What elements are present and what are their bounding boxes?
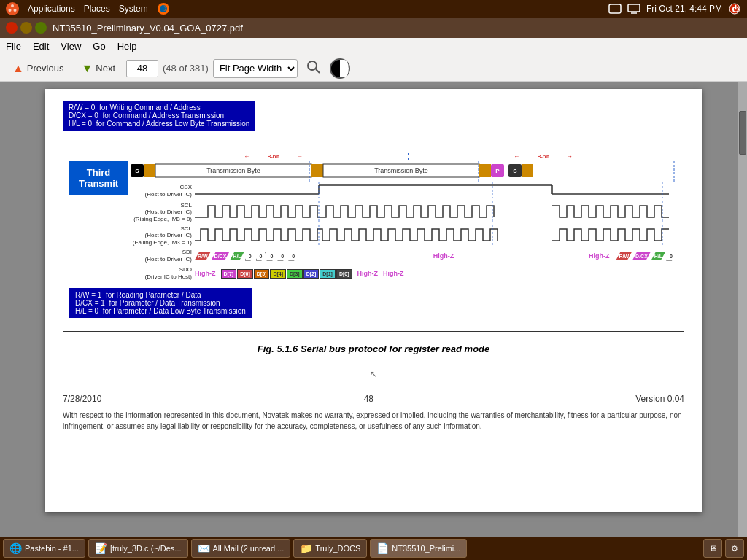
taskbar: 🌐 Pastebin - #1... 📝 [truly_3D.c (~/Des.… bbox=[0, 537, 747, 560]
search-icon bbox=[306, 60, 321, 74]
search-button[interactable] bbox=[302, 58, 325, 79]
cursor-indicator: ↖ bbox=[370, 369, 377, 379]
monitor-icon bbox=[627, 4, 640, 14]
notification-2-icon: ⚙ bbox=[731, 544, 738, 553]
svg-text:P: P bbox=[495, 168, 500, 174]
places-menu[interactable]: Places bbox=[84, 4, 110, 14]
taskbar-editor-label: [truly_3D.c (~/Des... bbox=[110, 544, 182, 553]
page-count-label: (48 of 381) bbox=[163, 63, 209, 74]
info-box-read: R/W = 1 for Reading Parameter / Data D/C… bbox=[69, 288, 252, 318]
svg-rect-8 bbox=[628, 4, 640, 12]
system-bar: Applications Places System _ Fri Oct 21,… bbox=[0, 0, 747, 18]
svg-marker-15 bbox=[144, 164, 155, 177]
invert-colors-button[interactable] bbox=[330, 58, 350, 79]
zoom-select[interactable]: Fit Page Width bbox=[213, 59, 298, 78]
next-button[interactable]: ▼ Next bbox=[74, 59, 122, 78]
footer-page: 48 bbox=[364, 394, 374, 404]
window-minimize-button[interactable] bbox=[20, 22, 32, 34]
svg-point-11 bbox=[308, 61, 317, 70]
taskbar-mail-label: All Mail (2 unread,... bbox=[213, 544, 285, 553]
apps-menu[interactable]: Applications bbox=[28, 4, 75, 14]
pdf-page: R/W = 0 for Writing Command / Address D/… bbox=[45, 89, 702, 512]
signal-table: CSX(Host to Driver IC) bbox=[128, 182, 678, 282]
power-icon[interactable]: ⏻ bbox=[728, 2, 741, 15]
notification-area-1[interactable]: 🖥 bbox=[703, 539, 722, 558]
svg-marker-18 bbox=[311, 164, 323, 177]
svg-point-3 bbox=[14, 9, 17, 12]
taskbar-editor-icon: 📝 bbox=[95, 542, 107, 554]
svg-line-12 bbox=[316, 69, 320, 73]
footer-disclaimer: With respect to the information represen… bbox=[63, 410, 684, 432]
previous-label: Previous bbox=[27, 63, 64, 74]
menu-view[interactable]: View bbox=[61, 41, 81, 52]
menu-file[interactable]: File bbox=[6, 41, 21, 52]
window-title: NT35510_Preliminary_V0.04_GOA_0727.pdf bbox=[53, 23, 243, 34]
taskbar-pdf-label: NT35510_Prelimi... bbox=[392, 544, 460, 553]
ubuntu-icon bbox=[6, 2, 19, 15]
svg-text:⏻: ⏻ bbox=[732, 4, 740, 13]
notification-area-2[interactable]: ⚙ bbox=[725, 539, 744, 558]
taskbar-item-mail[interactable]: ✉️ All Mail (2 unread,... bbox=[191, 539, 291, 558]
taskbar-item-pastebin[interactable]: 🌐 Pastebin - #1... bbox=[3, 539, 85, 558]
footer-date: 7/28/2010 bbox=[63, 394, 101, 404]
info-box-write: R/W = 0 for Writing Command / Address D/… bbox=[63, 101, 255, 131]
svg-text:Transmission Byte: Transmission Byte bbox=[374, 167, 428, 174]
svg-point-2 bbox=[9, 9, 12, 12]
svg-text:S: S bbox=[135, 168, 139, 174]
datetime-display: Fri Oct 21, 4:44 PM bbox=[646, 4, 722, 14]
csx-waveform bbox=[195, 182, 669, 198]
figure-caption: Fig. 5.1.6 Serial bus protocol for regis… bbox=[63, 343, 684, 354]
system-menu[interactable]: System bbox=[119, 4, 148, 14]
terminal-icon: _ bbox=[608, 4, 622, 14]
svg-marker-21 bbox=[479, 164, 491, 177]
taskbar-docs-icon: 📁 bbox=[300, 542, 312, 554]
previous-button[interactable]: ▲ Previous bbox=[6, 59, 70, 78]
window-close-button[interactable] bbox=[6, 22, 18, 34]
main-content-area[interactable]: R/W = 0 for Writing Command / Address D/… bbox=[0, 82, 747, 537]
previous-arrow-icon: ▲ bbox=[12, 62, 24, 75]
taskbar-item-docs[interactable]: 📁 Truly_DOCS bbox=[293, 539, 367, 558]
menu-edit[interactable]: Edit bbox=[33, 41, 49, 52]
menu-go[interactable]: Go bbox=[93, 41, 105, 52]
svg-marker-26 bbox=[522, 164, 533, 177]
top-waveform-svg: S Transmission Byte Transmission Byte bbox=[128, 161, 678, 182]
taskbar-item-editor[interactable]: 📝 [truly_3D.c (~/Des... bbox=[88, 539, 188, 558]
taskbar-pastebin-icon: 🌐 bbox=[9, 542, 22, 554]
taskbar-pastebin-label: Pastebin - #1... bbox=[25, 544, 79, 553]
svg-text:S: S bbox=[513, 168, 517, 174]
firefox-icon[interactable] bbox=[157, 2, 170, 15]
taskbar-pdf-icon: 📄 bbox=[376, 542, 389, 554]
footer-version: Version 0.04 bbox=[635, 394, 684, 404]
taskbar-item-pdf[interactable]: 📄 NT35510_Prelimi... bbox=[370, 539, 467, 558]
taskbar-docs-label: Truly_DOCS bbox=[315, 544, 360, 553]
menu-bar: File Edit View Go Help bbox=[0, 38, 747, 55]
svg-point-1 bbox=[11, 4, 14, 7]
title-bar: NT35510_Preliminary_V0.04_GOA_0727.pdf bbox=[0, 18, 747, 38]
toolbar: ▲ Previous ▼ Next (48 of 381) Fit Page W… bbox=[0, 55, 747, 82]
timing-diagram: ← 8-bit → ← 8-bit → ThirdTransmit bbox=[63, 147, 684, 332]
page-footer: 7/28/2010 48 Version 0.04 bbox=[63, 394, 684, 404]
page-number-input[interactable] bbox=[126, 60, 158, 77]
taskbar-mail-icon: ✉️ bbox=[198, 542, 210, 554]
next-label: Next bbox=[96, 63, 115, 74]
svg-text:_: _ bbox=[611, 6, 615, 12]
svg-text:Transmission Byte: Transmission Byte bbox=[206, 167, 260, 174]
scl-falling-waveform bbox=[195, 225, 669, 245]
menu-help[interactable]: Help bbox=[117, 41, 137, 52]
third-transmit-label: ThirdTransmit bbox=[69, 161, 128, 195]
scl-rising-waveform bbox=[195, 201, 669, 222]
next-arrow-icon: ▼ bbox=[81, 62, 93, 75]
notification-1-icon: 🖥 bbox=[709, 544, 717, 553]
window-maximize-button[interactable] bbox=[35, 22, 47, 34]
